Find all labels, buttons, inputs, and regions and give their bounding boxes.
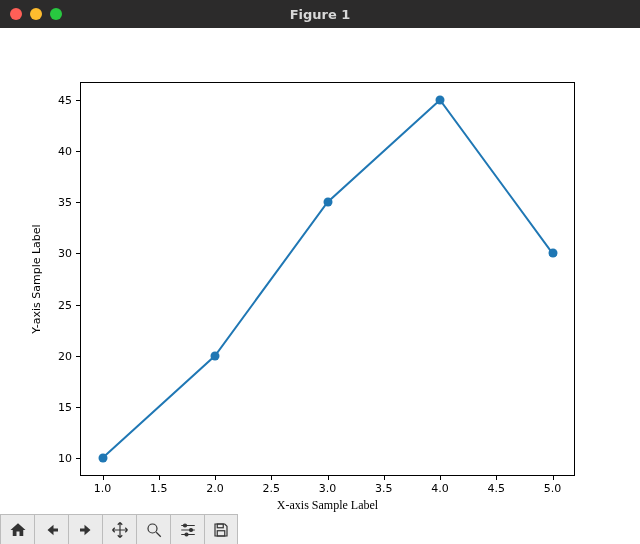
y-tick-label: 15: [48, 400, 72, 413]
window-title: Figure 1: [0, 7, 640, 22]
y-tick-label: 25: [48, 298, 72, 311]
svg-rect-5: [217, 531, 225, 536]
forward-button[interactable]: [68, 514, 102, 544]
configure-subplots-button[interactable]: [170, 514, 204, 544]
svg-point-2: [189, 529, 192, 532]
save-button[interactable]: [204, 514, 238, 544]
home-button[interactable]: [0, 514, 34, 544]
x-tick: [384, 476, 385, 480]
x-tick-label: 5.0: [538, 482, 568, 495]
magnifier-icon: [145, 521, 163, 539]
y-tick-label: 40: [48, 145, 72, 158]
x-tick-label: 1.5: [144, 482, 174, 495]
y-tick: [76, 151, 80, 152]
svg-rect-4: [217, 524, 223, 528]
x-tick: [103, 476, 104, 480]
data-point: [211, 351, 220, 360]
y-tick: [76, 253, 80, 254]
x-tick-label: 1.0: [88, 482, 118, 495]
matplotlib-toolbar: [0, 514, 640, 544]
y-tick-label: 20: [48, 349, 72, 362]
svg-point-0: [148, 524, 157, 533]
y-tick: [76, 202, 80, 203]
y-tick-label: 10: [48, 452, 72, 465]
arrow-right-icon: [77, 521, 95, 539]
home-icon: [9, 521, 27, 539]
x-tick-label: 4.5: [481, 482, 511, 495]
data-point: [548, 249, 557, 258]
x-tick: [553, 476, 554, 480]
y-tick: [76, 100, 80, 101]
back-button[interactable]: [34, 514, 68, 544]
x-tick: [496, 476, 497, 480]
arrow-left-icon: [43, 521, 61, 539]
y-tick: [76, 407, 80, 408]
x-tick-label: 2.5: [256, 482, 286, 495]
y-tick-label: 30: [48, 247, 72, 260]
x-tick-label: 2.0: [200, 482, 230, 495]
plot-canvas[interactable]: 1.01.52.02.53.03.54.04.55.0 101520253035…: [0, 28, 640, 514]
x-tick-label: 4.0: [425, 482, 455, 495]
zoom-button[interactable]: [136, 514, 170, 544]
data-point: [323, 198, 332, 207]
x-tick: [271, 476, 272, 480]
sliders-icon: [179, 521, 197, 539]
x-tick-label: 3.0: [313, 482, 343, 495]
x-tick: [215, 476, 216, 480]
data-point: [436, 95, 445, 104]
y-tick: [76, 305, 80, 306]
y-tick-label: 35: [48, 196, 72, 209]
x-tick: [440, 476, 441, 480]
y-tick: [76, 458, 80, 459]
x-tick: [159, 476, 160, 480]
figure-window: Figure 1 1.01.52.02.53.03.54.04.55.0 101…: [0, 0, 640, 544]
svg-point-1: [183, 524, 186, 527]
y-tick-label: 45: [48, 93, 72, 106]
y-axis-label: Y-axis Sample Label: [30, 224, 43, 333]
svg-point-3: [185, 533, 188, 536]
y-tick: [76, 356, 80, 357]
x-axis-label: X-axis Sample Label: [80, 498, 575, 513]
title-bar: Figure 1: [0, 0, 640, 28]
move-icon: [111, 521, 129, 539]
x-tick: [328, 476, 329, 480]
pan-button[interactable]: [102, 514, 136, 544]
save-icon: [212, 521, 230, 539]
line-plot: [0, 28, 640, 514]
x-tick-label: 3.5: [369, 482, 399, 495]
data-point: [98, 454, 107, 463]
